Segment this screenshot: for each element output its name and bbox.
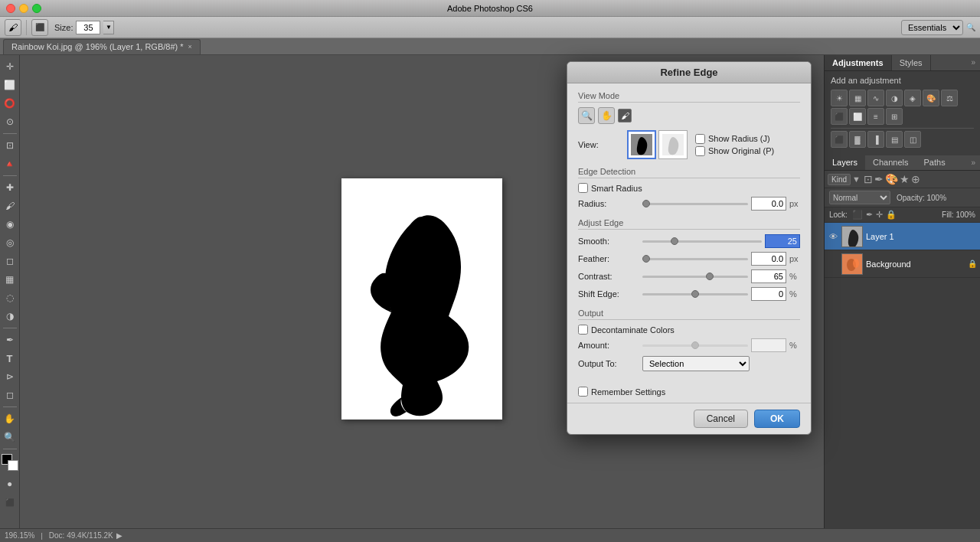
- tab-adjustments[interactable]: Adjustments: [825, 55, 892, 70]
- filter-icon-2[interactable]: ✒: [874, 173, 884, 185]
- marquee-tool[interactable]: ⬜: [2, 77, 18, 93]
- remember-settings-checkbox[interactable]: [578, 387, 588, 397]
- clone-stamp-tool[interactable]: ◉: [2, 216, 18, 233]
- feather-input[interactable]: 0.0: [751, 252, 786, 266]
- smooth-slider[interactable]: [642, 240, 762, 243]
- eyedropper-tool[interactable]: 🔺: [2, 155, 18, 172]
- show-radius-checkbox[interactable]: [695, 134, 705, 144]
- crop-tool[interactable]: ⊡: [2, 137, 18, 154]
- hand-tool-dialog[interactable]: ✋: [598, 107, 615, 124]
- filter-dropdown[interactable]: ▼: [852, 175, 861, 184]
- adjustment-icons: ☀ ▦ ∿ ◑ ◈ 🎨 ⚖ ⬛ ⬜ ≡ ⊞: [831, 90, 974, 125]
- document-tab[interactable]: Rainbow Koi.jpg @ 196% (Layer 1, RGB/8#)…: [3, 39, 201, 54]
- brush-tool[interactable]: 🖌: [2, 198, 18, 214]
- background-color[interactable]: [8, 460, 18, 471]
- lock-paint-icon[interactable]: ✒: [866, 210, 873, 220]
- brush-options-button[interactable]: ⬛: [31, 19, 48, 36]
- contrast-slider[interactable]: [642, 276, 748, 278]
- shape-tool[interactable]: ◻: [2, 387, 18, 403]
- text-tool[interactable]: T: [2, 350, 18, 367]
- lasso-tool[interactable]: ⭕: [2, 95, 18, 112]
- photo-filter-icon[interactable]: ⬜: [849, 108, 866, 125]
- zoom-tool-dialog[interactable]: 🔍: [578, 107, 595, 124]
- color-boxes[interactable]: [2, 454, 18, 471]
- maximize-button[interactable]: [32, 4, 41, 13]
- feather-slider[interactable]: [642, 258, 748, 260]
- size-dropdown-arrow[interactable]: ▼: [103, 21, 114, 34]
- filter-icon-5[interactable]: ⊕: [911, 173, 920, 185]
- tab-layers[interactable]: Layers: [825, 155, 865, 170]
- brush-tool-dialog[interactable]: 🖌: [618, 109, 632, 122]
- color-lookup-icon[interactable]: ⊞: [886, 108, 903, 125]
- panel-expand-button[interactable]: »: [966, 55, 980, 70]
- tab-paths[interactable]: Paths: [916, 155, 953, 170]
- pen-tool[interactable]: ✒: [2, 331, 18, 348]
- zoom-tool[interactable]: 🔍: [2, 429, 18, 446]
- workspace-search-icon[interactable]: 🔍: [966, 23, 975, 31]
- mask-mode-toggle[interactable]: ●: [2, 475, 18, 492]
- history-brush-tool[interactable]: ◎: [2, 234, 18, 251]
- hand-tool[interactable]: ✋: [2, 410, 18, 427]
- color-balance-icon[interactable]: ⚖: [941, 90, 958, 106]
- dodge-tool[interactable]: ◑: [2, 308, 18, 325]
- cancel-button[interactable]: Cancel: [694, 410, 748, 428]
- posterize-icon[interactable]: ▓: [849, 131, 866, 148]
- filter-icon-4[interactable]: ★: [900, 173, 910, 185]
- bw-icon[interactable]: ⬛: [831, 108, 848, 125]
- filter-icon-3[interactable]: 🎨: [885, 173, 898, 185]
- exposure-icon[interactable]: ◑: [886, 90, 903, 106]
- lock-pixels-icon[interactable]: ⬛: [852, 210, 863, 220]
- minimize-button[interactable]: [19, 4, 28, 13]
- view-option-overlay[interactable]: [658, 130, 688, 159]
- gradient-map-icon[interactable]: ▤: [886, 131, 903, 148]
- curves-icon[interactable]: ∿: [867, 90, 884, 106]
- close-button[interactable]: [6, 4, 15, 13]
- show-original-text: Show Original (P): [708, 146, 774, 155]
- filter-icon-1[interactable]: ⊡: [864, 173, 873, 185]
- spot-heal-tool[interactable]: ✚: [2, 179, 18, 196]
- threshold-icon[interactable]: ▐: [867, 131, 884, 148]
- eraser-tool[interactable]: ◻: [2, 253, 18, 269]
- decontaminate-checkbox[interactable]: [578, 325, 588, 335]
- layer-item[interactable]: Background 🔒: [825, 250, 980, 278]
- channel-mixer-icon[interactable]: ≡: [867, 108, 884, 125]
- size-input[interactable]: 35: [76, 21, 100, 34]
- hue-sat-icon[interactable]: 🎨: [923, 90, 939, 106]
- invert-icon[interactable]: ⬛: [831, 131, 848, 148]
- workspace-selector[interactable]: Essentials: [901, 20, 963, 35]
- show-original-checkbox[interactable]: [695, 146, 705, 156]
- radius-row: Radius: 0.0 px: [578, 197, 800, 211]
- tab-channels[interactable]: Channels: [865, 155, 916, 170]
- smart-radius-checkbox[interactable]: [578, 183, 588, 193]
- layers-panel-expand[interactable]: »: [966, 155, 980, 170]
- path-select-tool[interactable]: ⊳: [2, 368, 18, 385]
- levels-icon[interactable]: ▦: [849, 90, 866, 106]
- shift-edge-input[interactable]: 0: [751, 287, 786, 301]
- contrast-input[interactable]: 65: [751, 269, 786, 283]
- layer-lock-icon: 🔒: [968, 260, 977, 268]
- smooth-input[interactable]: 25: [765, 234, 800, 248]
- ok-button[interactable]: OK: [754, 410, 800, 428]
- output-to-select[interactable]: Selection Layer Mask New Layer New Layer…: [642, 356, 750, 371]
- layer-visibility-toggle[interactable]: 👁: [828, 231, 838, 242]
- vibrance-icon[interactable]: ◈: [904, 90, 921, 106]
- radius-input[interactable]: 0.0: [751, 197, 786, 211]
- blur-tool[interactable]: ◌: [2, 289, 18, 306]
- brush-tool-button[interactable]: 🖌: [5, 19, 21, 36]
- lock-move-icon[interactable]: ✛: [876, 210, 883, 220]
- select-color-icon[interactable]: ◫: [904, 131, 921, 148]
- gradient-tool[interactable]: ▦: [2, 271, 18, 288]
- tab-close-button[interactable]: ×: [188, 43, 192, 51]
- brightness-contrast-icon[interactable]: ☀: [831, 90, 848, 106]
- radius-slider[interactable]: [642, 203, 748, 205]
- quick-select-tool[interactable]: ⊙: [2, 113, 18, 130]
- blend-mode-select[interactable]: Normal: [829, 191, 890, 204]
- layer-item[interactable]: 👁 Layer 1: [825, 223, 980, 250]
- shift-edge-slider[interactable]: [642, 293, 748, 295]
- screen-mode-toggle[interactable]: ⬛: [2, 494, 18, 511]
- view-option-marching-ants[interactable]: [627, 130, 656, 159]
- lock-all-icon[interactable]: 🔒: [886, 210, 897, 220]
- tab-styles[interactable]: Styles: [892, 55, 931, 70]
- move-tool[interactable]: ✛: [2, 58, 18, 75]
- status-arrow[interactable]: ▶: [116, 531, 122, 540]
